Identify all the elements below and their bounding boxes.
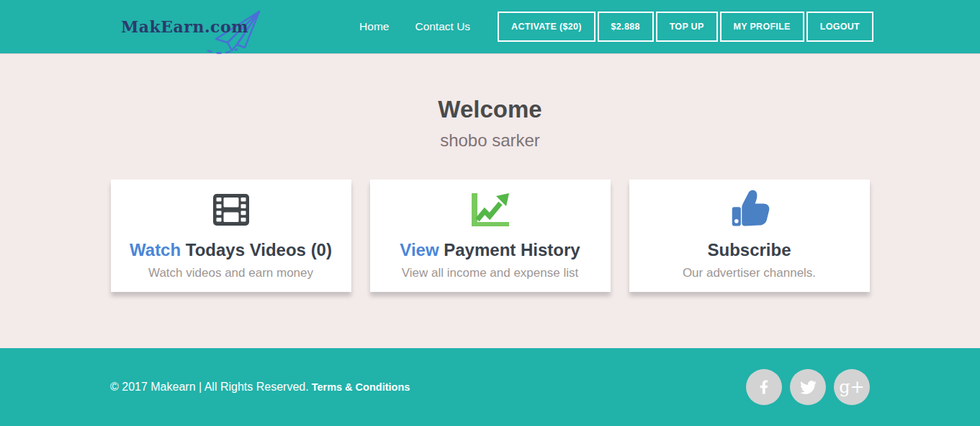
- view-link[interactable]: View: [400, 240, 439, 259]
- terms-conditions-link[interactable]: Terms & Conditions: [312, 381, 410, 393]
- google-plus-icon[interactable]: g+: [834, 369, 870, 405]
- google-plus-glyph: g+: [839, 378, 864, 396]
- watch-link[interactable]: Watch: [130, 240, 181, 259]
- subscribe-title[interactable]: Subscribe: [629, 240, 870, 260]
- logo-text: MakEarn.com: [121, 17, 248, 36]
- watch-videos-title: Watch Todays Videos (0): [111, 240, 351, 260]
- header-button-group: ACTIVATE ($20) $2.888 TOP UP MY PROFILE …: [498, 12, 873, 42]
- watch-videos-card: Watch Todays Videos (0) Watch videos and…: [111, 179, 351, 292]
- subscribe-card: Subscribe Our advertiser channels.: [629, 179, 870, 292]
- film-icon: [111, 188, 351, 231]
- welcome-username: shobo sarker: [0, 130, 980, 151]
- balance-button[interactable]: $2.888: [598, 12, 654, 42]
- payment-history-title: View Payment History: [370, 240, 611, 260]
- top-up-button[interactable]: TOP UP: [656, 12, 718, 42]
- thumbs-up-icon: [629, 188, 870, 231]
- twitter-icon[interactable]: [790, 369, 826, 405]
- watch-videos-subtitle: Watch videos and earn money: [111, 266, 351, 280]
- footer: © 2017 Makearn | All Rights Reserved.Ter…: [0, 348, 980, 426]
- header: MakEarn.com Home Contact Us ACTIVATE ($2…: [0, 0, 980, 54]
- payment-title-rest: Payment History: [439, 240, 580, 259]
- social-links: g+: [746, 369, 870, 405]
- watch-title-rest: Todays Videos (0): [181, 240, 332, 259]
- activate-button[interactable]: ACTIVATE ($20): [498, 12, 595, 42]
- subscribe-subtitle: Our advertiser channels.: [629, 266, 870, 280]
- logout-button[interactable]: LOGOUT: [806, 12, 873, 42]
- line-chart-icon: [370, 188, 611, 231]
- welcome-title: Welcome: [0, 54, 980, 123]
- nav-contact-us[interactable]: Contact Us: [415, 20, 470, 33]
- logo[interactable]: MakEarn.com: [121, 17, 248, 36]
- my-profile-button[interactable]: MY PROFILE: [720, 12, 804, 42]
- copyright-label: © 2017 Makearn | All Rights Reserved.: [110, 381, 309, 393]
- subscribe-title-rest: Subscribe: [707, 240, 791, 259]
- facebook-icon[interactable]: [746, 369, 782, 405]
- nav-home[interactable]: Home: [359, 20, 389, 33]
- cards-row: Watch Todays Videos (0) Watch videos and…: [0, 179, 980, 292]
- main-nav: Home Contact Us: [359, 20, 470, 33]
- copyright-text: © 2017 Makearn | All Rights Reserved.Ter…: [110, 381, 410, 394]
- payment-history-card: View Payment History View all income and…: [370, 179, 611, 292]
- main-content: Welcome shobo sarker: [0, 54, 980, 348]
- payment-history-subtitle: View all income and expense list: [370, 266, 611, 280]
